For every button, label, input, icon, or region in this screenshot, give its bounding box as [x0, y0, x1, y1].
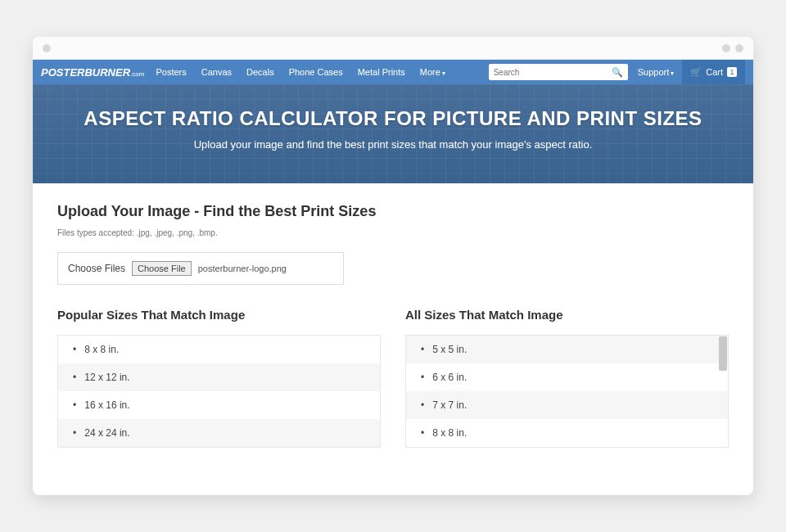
- list-item[interactable]: 7 x 7 in.: [406, 391, 728, 419]
- nav-item-decals[interactable]: Decals: [246, 67, 274, 77]
- search-icon[interactable]: 🔍: [612, 67, 623, 78]
- all-sizes-column: All Sizes That Match Image 5 x 5 in. 6 x…: [405, 308, 729, 448]
- site-logo[interactable]: POSTERBURNER.com: [41, 66, 144, 79]
- nav-more-label: More: [420, 67, 440, 77]
- logo-main: POSTERBURNER: [41, 66, 130, 79]
- chevron-down-icon: ▾: [671, 70, 674, 77]
- hero-banner: ASPECT RATIO CALCULATOR FOR PICTURE AND …: [33, 84, 753, 183]
- list-item[interactable]: 8 x 8 in.: [406, 419, 728, 447]
- list-item[interactable]: 6 x 6 in.: [406, 363, 728, 391]
- hero-subtitle: Upload your image and find the best prin…: [49, 138, 737, 151]
- search-box[interactable]: 🔍: [489, 64, 628, 80]
- window-control-dot[interactable]: [43, 44, 51, 52]
- results-section: Popular Sizes That Match Image 8 x 8 in.…: [57, 308, 729, 448]
- upload-box: Choose Files Choose File posterburner-lo…: [57, 252, 344, 285]
- nav-item-posters[interactable]: Posters: [156, 67, 186, 77]
- popular-sizes-heading: Popular Sizes That Match Image: [57, 308, 381, 322]
- nav-item-canvas[interactable]: Canvas: [201, 67, 232, 77]
- choose-file-button[interactable]: Choose File: [132, 261, 192, 276]
- main-content: Upload Your Image - Find the Best Print …: [33, 183, 753, 495]
- logo-suffix: .com: [130, 70, 144, 78]
- cart-icon: 🛒: [690, 67, 702, 78]
- list-item[interactable]: 5 x 5 in.: [406, 336, 728, 363]
- cart-button[interactable]: 🛒 Cart 1: [682, 60, 745, 84]
- chevron-down-icon: ▾: [442, 70, 445, 77]
- hero-title: ASPECT RATIO CALCULATOR FOR PICTURE AND …: [49, 107, 737, 130]
- list-item[interactable]: 24 x 24 in.: [58, 419, 380, 447]
- nav-items: Posters Canvas Decals Phone Cases Metal …: [156, 67, 488, 77]
- search-input[interactable]: [494, 68, 612, 77]
- selected-filename: posterburner-logo.png: [198, 264, 287, 273]
- top-nav: POSTERBURNER.com Posters Canvas Decals P…: [33, 60, 753, 84]
- browser-window: POSTERBURNER.com Posters Canvas Decals P…: [33, 37, 753, 495]
- support-label: Support: [638, 67, 670, 77]
- cart-count-badge: 1: [727, 67, 737, 77]
- window-control-dot[interactable]: [722, 44, 730, 52]
- upload-heading: Upload Your Image - Find the Best Print …: [57, 203, 729, 220]
- file-types-note: Files types accepted: .jpg, .jpeg, .png,…: [57, 228, 729, 237]
- nav-item-phone-cases[interactable]: Phone Cases: [289, 67, 343, 77]
- browser-chrome: [33, 37, 753, 60]
- popular-sizes-column: Popular Sizes That Match Image 8 x 8 in.…: [57, 308, 381, 448]
- all-sizes-list[interactable]: 5 x 5 in. 6 x 6 in. 7 x 7 in. 8 x 8 in.: [405, 335, 729, 448]
- nav-item-metal-prints[interactable]: Metal Prints: [358, 67, 405, 77]
- choose-files-label: Choose Files: [68, 263, 125, 274]
- popular-sizes-list: 8 x 8 in. 12 x 12 in. 16 x 16 in. 24 x 2…: [57, 335, 381, 448]
- scrollbar-thumb[interactable]: [719, 336, 727, 371]
- all-sizes-heading: All Sizes That Match Image: [405, 308, 729, 322]
- list-item[interactable]: 16 x 16 in.: [58, 391, 380, 419]
- cart-label: Cart: [706, 67, 723, 77]
- nav-item-more[interactable]: More▾: [420, 67, 445, 77]
- window-control-dot[interactable]: [735, 44, 743, 52]
- support-menu[interactable]: Support▾: [638, 67, 675, 77]
- list-item[interactable]: 8 x 8 in.: [58, 336, 380, 363]
- list-item[interactable]: 12 x 12 in.: [58, 363, 380, 391]
